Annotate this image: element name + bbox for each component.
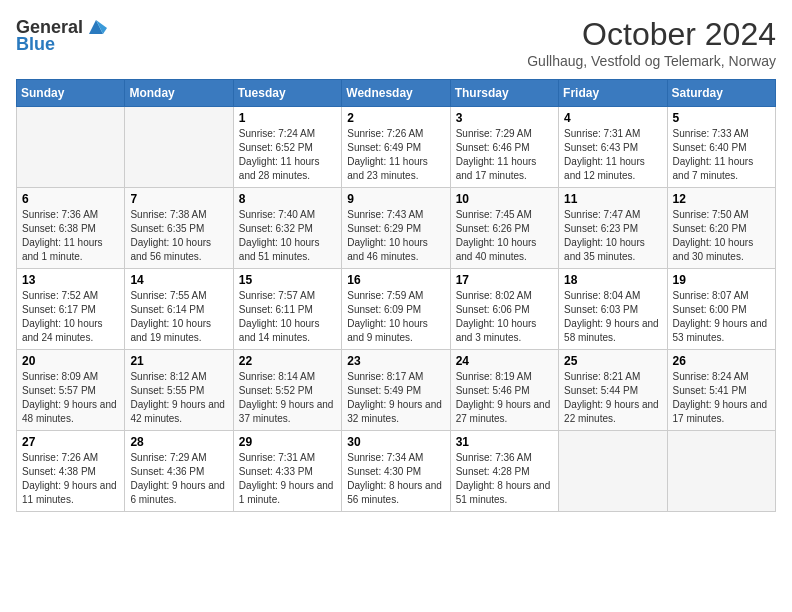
- day-info: Sunrise: 8:19 AMSunset: 5:46 PMDaylight:…: [456, 370, 553, 426]
- day-number: 23: [347, 354, 444, 368]
- calendar-cell: [559, 431, 667, 512]
- day-info: Sunrise: 8:21 AMSunset: 5:44 PMDaylight:…: [564, 370, 661, 426]
- day-info: Sunrise: 7:29 AMSunset: 6:46 PMDaylight:…: [456, 127, 553, 183]
- day-info: Sunrise: 7:52 AMSunset: 6:17 PMDaylight:…: [22, 289, 119, 345]
- day-number: 10: [456, 192, 553, 206]
- calendar-cell: 7Sunrise: 7:38 AMSunset: 6:35 PMDaylight…: [125, 188, 233, 269]
- day-info: Sunrise: 7:26 AMSunset: 6:49 PMDaylight:…: [347, 127, 444, 183]
- calendar-cell: 19Sunrise: 8:07 AMSunset: 6:00 PMDayligh…: [667, 269, 775, 350]
- calendar-cell: 8Sunrise: 7:40 AMSunset: 6:32 PMDaylight…: [233, 188, 341, 269]
- day-info: Sunrise: 7:47 AMSunset: 6:23 PMDaylight:…: [564, 208, 661, 264]
- calendar-cell: 24Sunrise: 8:19 AMSunset: 5:46 PMDayligh…: [450, 350, 558, 431]
- day-number: 17: [456, 273, 553, 287]
- calendar-cell: 21Sunrise: 8:12 AMSunset: 5:55 PMDayligh…: [125, 350, 233, 431]
- calendar-cell: 31Sunrise: 7:36 AMSunset: 4:28 PMDayligh…: [450, 431, 558, 512]
- calendar-cell: 13Sunrise: 7:52 AMSunset: 6:17 PMDayligh…: [17, 269, 125, 350]
- day-number: 7: [130, 192, 227, 206]
- logo: General Blue: [16, 16, 107, 55]
- month-title: October 2024: [527, 16, 776, 53]
- day-info: Sunrise: 8:24 AMSunset: 5:41 PMDaylight:…: [673, 370, 770, 426]
- day-info: Sunrise: 7:50 AMSunset: 6:20 PMDaylight:…: [673, 208, 770, 264]
- day-info: Sunrise: 7:38 AMSunset: 6:35 PMDaylight:…: [130, 208, 227, 264]
- day-info: Sunrise: 7:59 AMSunset: 6:09 PMDaylight:…: [347, 289, 444, 345]
- calendar-cell: 14Sunrise: 7:55 AMSunset: 6:14 PMDayligh…: [125, 269, 233, 350]
- day-number: 28: [130, 435, 227, 449]
- day-info: Sunrise: 7:55 AMSunset: 6:14 PMDaylight:…: [130, 289, 227, 345]
- calendar-cell: 23Sunrise: 8:17 AMSunset: 5:49 PMDayligh…: [342, 350, 450, 431]
- calendar-cell: 27Sunrise: 7:26 AMSunset: 4:38 PMDayligh…: [17, 431, 125, 512]
- day-info: Sunrise: 7:36 AMSunset: 4:28 PMDaylight:…: [456, 451, 553, 507]
- day-number: 26: [673, 354, 770, 368]
- day-info: Sunrise: 7:40 AMSunset: 6:32 PMDaylight:…: [239, 208, 336, 264]
- calendar-week-row: 20Sunrise: 8:09 AMSunset: 5:57 PMDayligh…: [17, 350, 776, 431]
- calendar-week-row: 27Sunrise: 7:26 AMSunset: 4:38 PMDayligh…: [17, 431, 776, 512]
- day-of-week-header: Tuesday: [233, 80, 341, 107]
- day-number: 24: [456, 354, 553, 368]
- day-number: 5: [673, 111, 770, 125]
- calendar-cell: [667, 431, 775, 512]
- day-info: Sunrise: 7:45 AMSunset: 6:26 PMDaylight:…: [456, 208, 553, 264]
- day-info: Sunrise: 7:24 AMSunset: 6:52 PMDaylight:…: [239, 127, 336, 183]
- day-of-week-header: Monday: [125, 80, 233, 107]
- calendar-cell: 15Sunrise: 7:57 AMSunset: 6:11 PMDayligh…: [233, 269, 341, 350]
- day-info: Sunrise: 7:34 AMSunset: 4:30 PMDaylight:…: [347, 451, 444, 507]
- day-number: 1: [239, 111, 336, 125]
- day-info: Sunrise: 7:31 AMSunset: 4:33 PMDaylight:…: [239, 451, 336, 507]
- calendar-cell: [125, 107, 233, 188]
- day-number: 4: [564, 111, 661, 125]
- day-number: 9: [347, 192, 444, 206]
- day-number: 12: [673, 192, 770, 206]
- calendar-cell: 25Sunrise: 8:21 AMSunset: 5:44 PMDayligh…: [559, 350, 667, 431]
- day-info: Sunrise: 7:29 AMSunset: 4:36 PMDaylight:…: [130, 451, 227, 507]
- calendar-cell: 9Sunrise: 7:43 AMSunset: 6:29 PMDaylight…: [342, 188, 450, 269]
- day-of-week-header: Sunday: [17, 80, 125, 107]
- day-number: 27: [22, 435, 119, 449]
- calendar-table: SundayMondayTuesdayWednesdayThursdayFrid…: [16, 79, 776, 512]
- day-info: Sunrise: 7:26 AMSunset: 4:38 PMDaylight:…: [22, 451, 119, 507]
- calendar-cell: 1Sunrise: 7:24 AMSunset: 6:52 PMDaylight…: [233, 107, 341, 188]
- day-info: Sunrise: 8:09 AMSunset: 5:57 PMDaylight:…: [22, 370, 119, 426]
- title-section: October 2024 Gullhaug, Vestfold og Telem…: [527, 16, 776, 69]
- day-info: Sunrise: 8:07 AMSunset: 6:00 PMDaylight:…: [673, 289, 770, 345]
- calendar-cell: 18Sunrise: 8:04 AMSunset: 6:03 PMDayligh…: [559, 269, 667, 350]
- calendar-cell: 11Sunrise: 7:47 AMSunset: 6:23 PMDayligh…: [559, 188, 667, 269]
- day-number: 15: [239, 273, 336, 287]
- day-number: 22: [239, 354, 336, 368]
- day-number: 25: [564, 354, 661, 368]
- calendar-week-row: 1Sunrise: 7:24 AMSunset: 6:52 PMDaylight…: [17, 107, 776, 188]
- day-number: 18: [564, 273, 661, 287]
- day-number: 8: [239, 192, 336, 206]
- calendar-cell: 3Sunrise: 7:29 AMSunset: 6:46 PMDaylight…: [450, 107, 558, 188]
- logo-blue-text: Blue: [16, 34, 55, 55]
- calendar-cell: 20Sunrise: 8:09 AMSunset: 5:57 PMDayligh…: [17, 350, 125, 431]
- calendar-cell: 5Sunrise: 7:33 AMSunset: 6:40 PMDaylight…: [667, 107, 775, 188]
- day-number: 3: [456, 111, 553, 125]
- day-info: Sunrise: 7:33 AMSunset: 6:40 PMDaylight:…: [673, 127, 770, 183]
- calendar-cell: 16Sunrise: 7:59 AMSunset: 6:09 PMDayligh…: [342, 269, 450, 350]
- day-number: 13: [22, 273, 119, 287]
- day-info: Sunrise: 8:02 AMSunset: 6:06 PMDaylight:…: [456, 289, 553, 345]
- calendar-cell: 10Sunrise: 7:45 AMSunset: 6:26 PMDayligh…: [450, 188, 558, 269]
- calendar-week-row: 13Sunrise: 7:52 AMSunset: 6:17 PMDayligh…: [17, 269, 776, 350]
- calendar-cell: 6Sunrise: 7:36 AMSunset: 6:38 PMDaylight…: [17, 188, 125, 269]
- day-info: Sunrise: 8:04 AMSunset: 6:03 PMDaylight:…: [564, 289, 661, 345]
- day-number: 16: [347, 273, 444, 287]
- day-info: Sunrise: 7:57 AMSunset: 6:11 PMDaylight:…: [239, 289, 336, 345]
- day-info: Sunrise: 7:43 AMSunset: 6:29 PMDaylight:…: [347, 208, 444, 264]
- calendar-cell: 4Sunrise: 7:31 AMSunset: 6:43 PMDaylight…: [559, 107, 667, 188]
- day-info: Sunrise: 8:17 AMSunset: 5:49 PMDaylight:…: [347, 370, 444, 426]
- calendar-cell: 26Sunrise: 8:24 AMSunset: 5:41 PMDayligh…: [667, 350, 775, 431]
- day-number: 20: [22, 354, 119, 368]
- calendar-week-row: 6Sunrise: 7:36 AMSunset: 6:38 PMDaylight…: [17, 188, 776, 269]
- calendar-cell: 29Sunrise: 7:31 AMSunset: 4:33 PMDayligh…: [233, 431, 341, 512]
- day-number: 19: [673, 273, 770, 287]
- day-info: Sunrise: 7:31 AMSunset: 6:43 PMDaylight:…: [564, 127, 661, 183]
- day-of-week-header: Friday: [559, 80, 667, 107]
- calendar-cell: 30Sunrise: 7:34 AMSunset: 4:30 PMDayligh…: [342, 431, 450, 512]
- day-info: Sunrise: 8:12 AMSunset: 5:55 PMDaylight:…: [130, 370, 227, 426]
- day-of-week-header: Saturday: [667, 80, 775, 107]
- day-of-week-header: Thursday: [450, 80, 558, 107]
- calendar-cell: 12Sunrise: 7:50 AMSunset: 6:20 PMDayligh…: [667, 188, 775, 269]
- day-number: 29: [239, 435, 336, 449]
- location-title: Gullhaug, Vestfold og Telemark, Norway: [527, 53, 776, 69]
